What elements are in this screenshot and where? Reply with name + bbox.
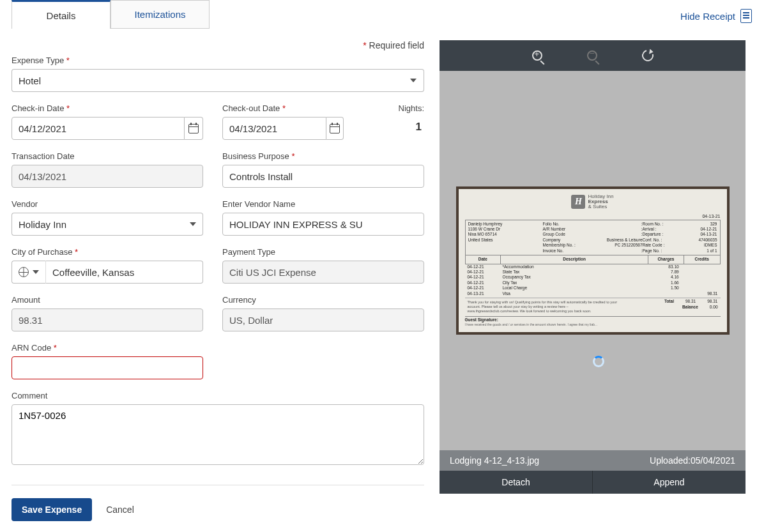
tab-bar: Details Itemizations [11,0,210,29]
currency-label: Currency [222,295,424,305]
business-purpose-label: Business Purpose * [222,151,424,161]
comment-field[interactable]: 1N57-0026 [11,404,424,465]
tab-itemizations[interactable]: Itemizations [111,0,210,29]
tab-itemizations-label: Itemizations [134,9,185,20]
checkin-label: Check-in Date * [11,103,203,113]
vendor-dropdown-button[interactable] [184,213,203,236]
nights-label: Nights: [386,103,424,113]
payment-type-field [222,261,424,284]
vendor-select[interactable]: Holiday Inn [11,213,184,236]
comment-label: Comment [11,391,424,400]
amount-field [11,308,203,331]
expense-type-dropdown-button[interactable] [404,69,424,92]
chevron-down-icon [190,222,196,226]
receipt-toolbar [440,40,746,71]
detach-button[interactable]: Detach [440,471,593,494]
receipt-uploaded: Uploaded:05/04/2021 [650,455,735,466]
hide-receipt-link[interactable]: Hide Receipt [680,0,752,23]
save-expense-button[interactable]: Save Expense [11,498,92,521]
details-form: * Required field Expense Type * Hotel Ch… [11,29,440,528]
globe-icon [19,267,29,277]
transaction-date-field [11,165,203,188]
calendar-icon [330,124,340,133]
holiday-inn-logo-icon: H [571,195,585,209]
hide-receipt-label: Hide Receipt [680,11,735,22]
loading-spinner-icon [593,356,604,367]
vendor-name-field[interactable] [222,213,424,236]
checkout-label: Check-out Date * [222,103,344,113]
checkin-date-field[interactable] [11,117,185,140]
receipt-image[interactable]: H Holiday InnExpress& Suites 04-13-21 Da… [440,71,746,450]
transaction-date-label: Transaction Date [11,151,203,161]
zoom-out-button[interactable] [587,50,597,61]
amount-label: Amount [11,295,203,305]
append-button[interactable]: Append [593,471,746,494]
rotate-icon [639,48,655,64]
rotate-button[interactable] [642,50,654,61]
arn-code-field[interactable] [11,356,203,379]
chevron-down-icon [33,270,39,274]
required-note: * Required field [11,40,424,56]
zoom-out-icon [587,50,597,61]
tab-details-label: Details [47,10,76,21]
calendar-icon [188,124,199,133]
payment-type-label: Payment Type [222,247,424,257]
divider [11,485,424,485]
expense-type-select[interactable]: Hotel [11,69,404,92]
cancel-button[interactable]: Cancel [106,505,134,515]
receipt-filename: Lodging 4-12_4-13.jpg [450,455,539,466]
city-label: City of Purchase * [11,247,203,257]
city-field[interactable] [46,261,203,284]
arn-label: ARN Code * [11,343,203,353]
checkin-calendar-button[interactable] [185,117,203,140]
receipt-panel: H Holiday InnExpress& Suites 04-13-21 Da… [440,40,746,494]
zoom-in-button[interactable] [532,50,542,61]
city-locale-button[interactable] [11,261,46,284]
currency-field [222,308,424,331]
receipt-icon [740,9,752,23]
receipt-file-bar: Lodging 4-12_4-13.jpg Uploaded:05/04/202… [440,450,746,471]
vendor-name-label: Enter Vendor Name [222,199,424,209]
vendor-label: Vendor [11,199,203,209]
expense-type-label: Expense Type * [11,56,424,65]
checkout-date-field[interactable] [222,117,326,140]
zoom-in-icon [532,50,542,61]
tab-details[interactable]: Details [11,0,111,29]
checkout-calendar-button[interactable] [326,117,344,140]
business-purpose-field[interactable] [222,165,424,188]
chevron-down-icon [410,79,417,82]
nights-value: 1 [386,117,424,133]
